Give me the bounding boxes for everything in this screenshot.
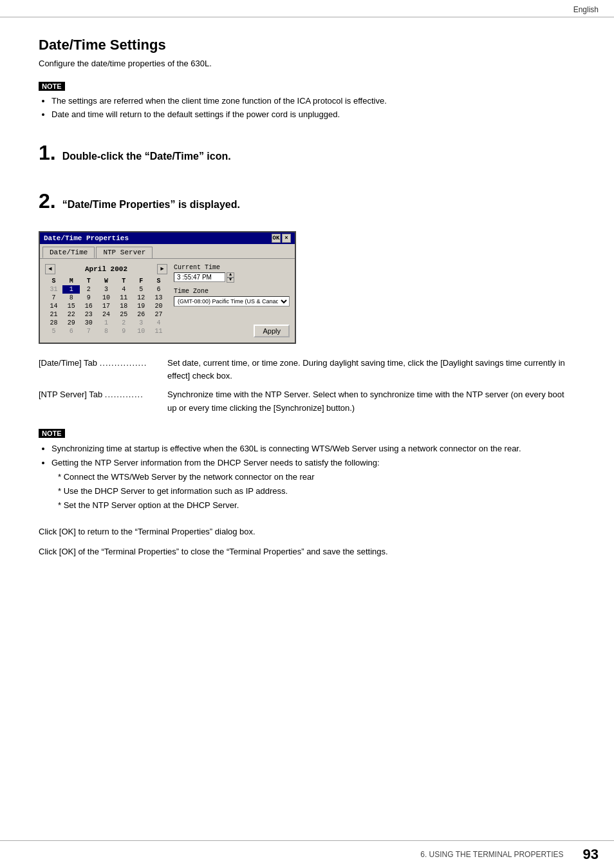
cal-hdr-w: W (97, 277, 115, 285)
cal-cell-3-3[interactable]: 24 (97, 310, 115, 319)
cal-cell-2-6[interactable]: 20 (150, 302, 167, 310)
page-title: Date/Time Settings (39, 37, 575, 53)
timezone-select[interactable]: (GMT-08:00) Pacific Time (US & Canada) (174, 296, 290, 307)
note1-item-2: Date and time will return to the default… (51, 108, 575, 122)
cal-nav: ◄ April 2002 ► (45, 264, 167, 274)
note2-label: NOTE (39, 429, 65, 438)
cal-cell-2-2[interactable]: 16 (80, 302, 97, 310)
cal-cell-3-4[interactable]: 25 (115, 310, 133, 319)
top-bar: English (0, 0, 614, 17)
step1-text: Double-click the “Date/Time” icon. (62, 151, 231, 162)
cal-cell-4-4[interactable]: 2 (115, 319, 133, 327)
note2-box: NOTE Synchronizing time at startup is ef… (39, 428, 575, 513)
cal-cell-1-0[interactable]: 7 (45, 294, 62, 302)
dialog-wrapper: Date/Time Properties OK × Date/Time NTP … (39, 231, 575, 344)
cal-hdr-s2: S (150, 277, 167, 285)
cal-cell-5-4[interactable]: 9 (115, 327, 133, 335)
cal-cell-2-5[interactable]: 19 (133, 302, 150, 310)
description-table: [Date/Time] Tab ................ Set dat… (39, 357, 575, 415)
cal-row-3: 21222324252627 (45, 310, 167, 319)
desc-label-1: [Date/Time] Tab ................ (39, 357, 167, 370)
cal-cell-4-0[interactable]: 28 (45, 319, 62, 327)
footer-section: 6. USING THE TERMINAL PROPERTIES (420, 850, 563, 859)
cal-cell-1-1[interactable]: 8 (62, 294, 80, 302)
cal-cell-5-5[interactable]: 10 (133, 327, 150, 335)
timezone-label: Time Zone (174, 288, 290, 295)
cal-cell-3-2[interactable]: 23 (80, 310, 97, 319)
desc-row-1: [Date/Time] Tab ................ Set dat… (39, 357, 575, 384)
cal-cell-2-0[interactable]: 14 (45, 302, 62, 310)
para2: Click [OK] of the “Terminal Properties” … (39, 545, 575, 559)
cal-cell-3-6[interactable]: 27 (150, 310, 167, 319)
cal-cell-2-1[interactable]: 15 (62, 302, 80, 310)
cal-cell-3-1[interactable]: 22 (62, 310, 80, 319)
cal-prev-btn[interactable]: ◄ (45, 264, 55, 274)
cal-cell-2-4[interactable]: 18 (115, 302, 133, 310)
time-spin-btns: ▲ ▼ (227, 272, 234, 283)
language-label: English (573, 5, 599, 14)
cal-row-0: 31123456 (45, 285, 167, 294)
bottom-bar: 6. USING THE TERMINAL PROPERTIES 93 (0, 840, 614, 868)
note2-subitem-2: * Use the DHCP Server to get information… (58, 484, 575, 498)
cal-cell-4-2[interactable]: 30 (80, 319, 97, 327)
cal-cell-5-2[interactable]: 7 (80, 327, 97, 335)
cal-hdr-t1: T (80, 277, 97, 285)
dialog-close-btn[interactable]: × (282, 234, 291, 243)
cal-next-btn[interactable]: ► (157, 264, 167, 274)
cal-cell-4-1[interactable]: 29 (62, 319, 80, 327)
cal-row-1: 78910111213 (45, 294, 167, 302)
note1-label: NOTE (39, 82, 65, 91)
note1-list: The settings are referred when the clien… (51, 95, 575, 122)
cal-cell-1-6[interactable]: 13 (150, 294, 167, 302)
dialog-title: Date/Time Properties (44, 234, 129, 242)
desc-text-2: Synchronize time with the NTP Server. Se… (167, 388, 575, 415)
desc-label-2: [NTP Server] Tab ............. (39, 388, 167, 402)
dialog-body: ◄ April 2002 ► S M T W T F (40, 258, 295, 343)
step1-row: 1. Double-click the “Date/Time” icon. (39, 135, 575, 171)
time-input[interactable] (174, 272, 225, 282)
note1-item-1: The settings are referred when the clien… (51, 95, 575, 108)
note2-item-2: Getting the NTP Server information from … (51, 456, 575, 513)
current-time-group: Current Time ▲ ▼ (174, 264, 290, 283)
current-time-label: Current Time (174, 264, 290, 271)
tab-datetime[interactable]: Date/Time (42, 247, 95, 258)
cal-cell-3-0[interactable]: 21 (45, 310, 62, 319)
cal-cell-0-2[interactable]: 2 (80, 285, 97, 294)
cal-hdr-f: F (133, 277, 150, 285)
cal-cell-5-0[interactable]: 5 (45, 327, 62, 335)
dialog-titlebar: Date/Time Properties OK × (40, 232, 295, 244)
cal-cell-0-6[interactable]: 6 (150, 285, 167, 294)
cal-row-4: 2829301234 (45, 319, 167, 327)
cal-cell-5-3[interactable]: 8 (97, 327, 115, 335)
cal-cell-1-2[interactable]: 9 (80, 294, 97, 302)
step2-text: “Date/Time Properties” is displayed. (62, 199, 240, 211)
cal-cell-2-3[interactable]: 17 (97, 302, 115, 310)
note2-item-1: Synchronizing time at startup is effecti… (51, 442, 575, 456)
dialog-box: Date/Time Properties OK × Date/Time NTP … (39, 231, 296, 344)
cal-header-row: S M T W T F S (45, 277, 167, 285)
cal-cell-0-5[interactable]: 5 (133, 285, 150, 294)
cal-cell-0-4[interactable]: 4 (115, 285, 133, 294)
cal-cell-0-1[interactable]: 1 (62, 285, 80, 294)
cal-cell-0-0[interactable]: 31 (45, 285, 62, 294)
cal-cell-1-4[interactable]: 11 (115, 294, 133, 302)
cal-cell-4-6[interactable]: 4 (150, 319, 167, 327)
cal-cell-1-5[interactable]: 12 (133, 294, 150, 302)
cal-cell-5-6[interactable]: 11 (150, 327, 167, 335)
para1: Click [OK] to return to the “Terminal Pr… (39, 525, 575, 539)
cal-month-year: April 2002 (85, 265, 127, 273)
dialog-ok-btn[interactable]: OK (272, 234, 281, 243)
step2-number: 2. (39, 189, 56, 213)
note1-box: NOTE The settings are referred when the … (39, 81, 575, 122)
cal-cell-5-1[interactable]: 6 (62, 327, 80, 335)
calendar-grid: S M T W T F S 31123456789101112131415161… (45, 277, 167, 335)
tab-ntpserver[interactable]: NTP Server (96, 247, 153, 258)
cal-cell-3-5[interactable]: 26 (133, 310, 150, 319)
cal-cell-4-5[interactable]: 3 (133, 319, 150, 327)
cal-cell-0-3[interactable]: 3 (97, 285, 115, 294)
time-spin-down[interactable]: ▼ (227, 278, 234, 283)
cal-cell-4-3[interactable]: 1 (97, 319, 115, 327)
note2-subitems: * Connect the WTS/Web Server by the netw… (58, 470, 575, 513)
cal-cell-1-3[interactable]: 10 (97, 294, 115, 302)
apply-button[interactable]: Apply (254, 325, 290, 337)
